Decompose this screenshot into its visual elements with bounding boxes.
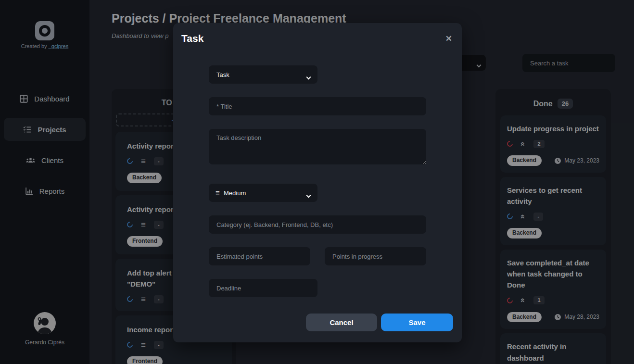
category-input[interactable] [209, 215, 426, 234]
task-type-select[interactable]: Task [209, 65, 317, 84]
deadline-input[interactable] [209, 279, 317, 297]
app-window: Created by _gcipres Dashboard [0, 0, 634, 364]
points-in-progress-input[interactable] [325, 247, 426, 265]
task-modal: Task ✕ Task ≡ Medium [173, 23, 462, 342]
close-icon[interactable]: ✕ [445, 35, 452, 43]
save-button[interactable]: Save [381, 314, 453, 331]
cancel-button[interactable]: Cancel [306, 314, 377, 331]
priority-select-wrap: ≡ Medium [209, 184, 317, 202]
task-type-select-wrap: Task [209, 65, 317, 84]
task-description-textarea[interactable] [209, 129, 426, 164]
priority-select[interactable]: Medium [209, 184, 317, 202]
modal-title: Task [181, 33, 203, 44]
task-title-input[interactable] [209, 97, 426, 115]
estimated-points-input[interactable] [209, 247, 310, 265]
